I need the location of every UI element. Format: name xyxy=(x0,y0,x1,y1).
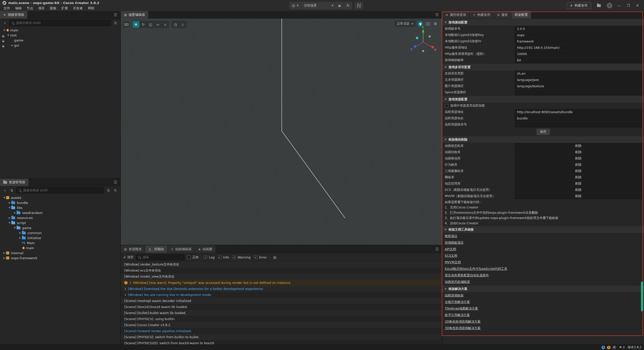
menu-item-项目[interactable]: 项目 xyxy=(36,6,47,11)
expand-chevron-icon[interactable]: ❯ xyxy=(124,287,126,290)
tool-rotate-button[interactable]: ↻ xyxy=(140,21,147,28)
filter-Error[interactable]: ✓Error xyxy=(254,255,267,259)
snap-icon[interactable]: ◳ xyxy=(172,21,179,28)
log-row[interactable]: [Scene] [PHYSICS2D]: switch from box2d-w… xyxy=(121,340,442,344)
link-动画状态机编辑器[interactable]: 动画状态机编辑器 xyxy=(445,280,470,284)
pivot-icon[interactable]: ◇ xyxy=(179,21,186,28)
tab-服务[interactable]: ⊞服务 xyxy=(494,11,511,19)
chevron-collapsed-icon[interactable]: ▶ xyxy=(8,216,11,219)
field-Spine资源路径[interactable] xyxy=(515,90,642,95)
field-远程资源包名[interactable]: bundle xyxy=(515,115,642,121)
play-button[interactable]: ▶ xyxy=(336,2,344,9)
link-教程项目[interactable]: 教程项目 xyxy=(445,234,457,238)
log-row[interactable]: ❯[Window] You are running Vue in develop… xyxy=(121,292,442,298)
build-publish-button[interactable]: ✈ 构建发布 xyxy=(567,2,591,9)
chevron-collapsed-icon[interactable]: ▶ xyxy=(11,44,14,47)
filter-icon[interactable]: ☰ xyxy=(113,20,118,26)
chevron-expanded-icon[interactable]: ▼ xyxy=(3,29,6,31)
section-游戏资源配置[interactable]: ▼游戏资源配置 xyxy=(442,96,644,103)
link-游戏模板项目[interactable]: 游戏模板项目 xyxy=(445,241,464,245)
filter-Info[interactable]: ✓Info xyxy=(218,255,229,259)
tab-assets[interactable]: 资源管理器 xyxy=(0,179,29,186)
menu-item-节点[interactable]: 节点 xyxy=(24,6,36,11)
link-3D角色扮演游戏解决方案[interactable]: 3D角色扮演游戏解决方案 xyxy=(445,326,481,330)
regex-checkbox[interactable] xyxy=(187,255,191,259)
close-button[interactable]: ✕ xyxy=(635,4,640,8)
link-2D角色扮演游戏解决方案[interactable]: 2D角色扮演游戏解决方案 xyxy=(445,320,481,324)
log-row[interactable]: [Scene] [PHYSICS]: using builtin. xyxy=(121,316,442,322)
preview-qr-button[interactable] xyxy=(355,2,363,9)
assets-search-input[interactable]: 搜索名称或 UUID xyxy=(16,187,104,194)
field-文本资源路径[interactable]: language/json xyxy=(515,77,642,83)
clear-console-button[interactable]: ✐ 清空 xyxy=(123,255,133,259)
link-Excel格式转Json文件与TypeScript代码工具[interactable]: Excel格式转Json文件与TypeScript代码工具 xyxy=(445,267,507,271)
field-远程资源地址[interactable]: http://localhost:8083/assets/bundle xyxy=(515,109,642,115)
asset-node-resources[interactable]: ▶resources xyxy=(0,215,120,220)
refresh-icon[interactable]: ↻ xyxy=(113,188,118,193)
notification-flag[interactable]: ⚑ 0 xyxy=(619,346,625,349)
panel-menu-icon[interactable]: ☰ xyxy=(111,180,120,185)
menu-item-帮助[interactable]: 帮助 xyxy=(85,6,97,11)
mode-3d-button[interactable]: 3D xyxy=(123,21,130,28)
field-支持语言类型[interactable]: zh,en xyxy=(515,71,642,76)
chevron-collapsed-icon[interactable]: ▶ xyxy=(13,211,17,214)
link-新手引导解决方案[interactable]: 新手引导解决方案 xyxy=(445,313,470,317)
asset-node-game[interactable]: ▼game xyxy=(0,225,120,230)
field-游戏版本号[interactable]: 1.0.5 xyxy=(515,26,642,32)
chevron-expanded-icon[interactable]: ▼ xyxy=(3,196,6,199)
tab-资源预览[interactable]: ▤资源预览 xyxy=(121,245,145,253)
console-search-input[interactable]: 搜索 xyxy=(136,254,185,260)
log-row[interactable]: [Scene] meshopt wasm decoder initialized xyxy=(121,298,442,304)
field-图片资源路径[interactable]: language/texture xyxy=(515,83,642,89)
error-count[interactable]: 0 xyxy=(613,346,616,349)
preview-device-selector[interactable]: ⊙ ▼ xyxy=(289,2,301,9)
log-row[interactable]: [Scene] Cocos Creator v3.8.2 xyxy=(121,322,442,328)
chevron-collapsed-icon[interactable]: ▶ xyxy=(18,232,22,234)
remove-module-button[interactable]: 剔除 xyxy=(515,187,642,193)
log-row[interactable]: !❯[Window] [Vue warn]: Property "onInput… xyxy=(121,280,442,286)
remove-module-button[interactable]: 剔除 xyxy=(515,193,642,199)
field-Http服务器请求超时（毫秒）[interactable]: 10000 xyxy=(515,51,642,57)
field-远程资源版本号[interactable] xyxy=(515,122,642,127)
tab-控制台[interactable]: ❯_控制台 xyxy=(145,245,168,253)
asset-node-script[interactable]: ▼script xyxy=(0,220,120,225)
asset-node-assets[interactable]: ▼assets xyxy=(0,195,120,200)
asset-node-main[interactable]: main xyxy=(0,245,120,250)
menu-item-面板[interactable]: 面板 xyxy=(47,6,59,11)
asset-node-libs[interactable]: ▼libs xyxy=(0,205,120,210)
reload-button[interactable]: ↻ xyxy=(344,2,352,9)
log-row[interactable]: [Scene] [box2d]:box2d wasm lib loaded. xyxy=(121,304,442,310)
checkbox-Warning[interactable]: ✓ xyxy=(232,255,236,259)
remove-module-button[interactable]: 剔除 xyxy=(515,143,642,149)
log-row[interactable]: ❯[Window] Download the Vue Devtools exte… xyxy=(121,286,442,292)
link-Tiledmap地图解决方案[interactable]: Tiledmap地图解决方案 xyxy=(445,307,478,311)
log-row[interactable]: [Scene] [bullet]:bullet wasm lib loaded. xyxy=(121,310,442,316)
checkbox-Log[interactable]: ✓ xyxy=(204,255,207,259)
log-row[interactable]: [Scene] Forward render pipeline initiali… xyxy=(121,328,442,334)
field-本地数据CryptoES加密IV[interactable]: framework xyxy=(515,38,642,44)
create-node-button[interactable]: ＋ xyxy=(2,20,8,26)
link-战棋游戏框架[interactable]: 战棋游戏框架 xyxy=(445,293,464,298)
expand-chevron-icon[interactable]: ❯ xyxy=(124,293,126,296)
save-button[interactable]: 保存 xyxy=(537,129,550,135)
link-API文档[interactable]: API文档 xyxy=(445,247,456,251)
panel-menu-icon[interactable]: ☰ xyxy=(432,247,442,251)
section-游戏基础配置[interactable]: ▼游戏基础配置 xyxy=(442,19,644,26)
scene-viewport[interactable]: 3D ✥↻◱▭∪ ◳ ◇ 正常渲染 ▼ ⚙ Y xyxy=(121,19,442,245)
help-button[interactable]: ? xyxy=(607,3,612,8)
chevron-collapsed-icon[interactable]: ▶ xyxy=(18,237,22,239)
section-游戏多语言配置[interactable]: ▼游戏多语言配置 xyxy=(442,64,644,70)
link-原生包热更新配置自动生成插件[interactable]: 原生包热更新配置自动生成插件 xyxy=(445,273,489,278)
sort-icon[interactable]: ⇅ xyxy=(9,188,15,193)
tab-框架配置[interactable]: 框架配置 xyxy=(511,11,531,19)
log-file-icon[interactable]: ▤ xyxy=(272,254,277,260)
info-count[interactable]: 3 xyxy=(601,346,605,349)
chevron-collapsed-icon[interactable]: ▶ xyxy=(3,252,6,254)
checkbox-Error[interactable]: ✓ xyxy=(254,255,258,259)
asset-node-oops-framework[interactable]: ▶oops-framework xyxy=(0,255,120,260)
checkbox-Info[interactable]: ✓ xyxy=(218,255,222,259)
create-asset-button[interactable]: ＋ xyxy=(2,188,8,193)
regex-toggle[interactable]: 正则 xyxy=(187,255,198,259)
link-全栈开发解决方案[interactable]: 全栈开发解决方案 xyxy=(445,300,470,304)
hierarchy-node-gui[interactable]: ▶gui xyxy=(0,43,120,48)
